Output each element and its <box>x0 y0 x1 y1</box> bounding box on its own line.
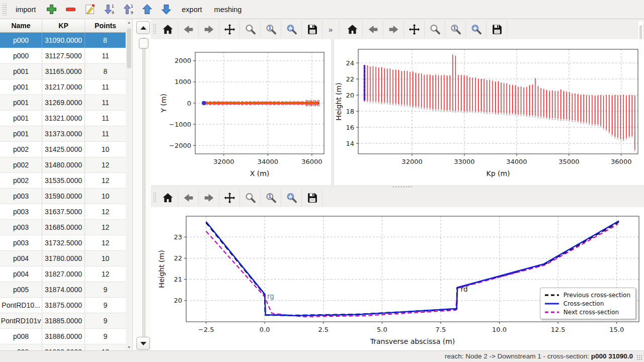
name-cell: p004 <box>0 251 42 266</box>
name-cell: p001 <box>0 95 42 110</box>
zoom-rect-button[interactable] <box>466 21 487 38</box>
points-cell: 12 <box>85 220 126 235</box>
points-cell: 11 <box>85 79 126 95</box>
kp-cell: 31885.0000 <box>42 313 85 328</box>
toolbar-grip[interactable] <box>153 24 156 35</box>
save-button[interactable] <box>302 21 323 38</box>
table-row[interactable]: p00331637.500012 <box>0 204 126 220</box>
panel-scrollbar-track[interactable] <box>142 37 145 338</box>
table-scrollbar[interactable]: ▲ ▼ <box>126 19 133 350</box>
table-row[interactable]: p00031090.00008 <box>0 33 126 48</box>
table-row[interactable]: p00331590.000010 <box>0 189 126 204</box>
export-button[interactable]: export <box>176 3 207 16</box>
kp-cell: 31590.0000 <box>42 189 85 204</box>
save-button[interactable] <box>487 21 507 38</box>
move-up-button[interactable] <box>138 2 156 17</box>
legend-label: Cross-section <box>564 300 604 307</box>
longitudinal-profile-plot[interactable]: 3200033000340003500036000141618202224Kp … <box>334 39 644 185</box>
table-row[interactable]: p00331732.500012 <box>0 235 126 251</box>
zoom-button[interactable] <box>240 21 261 38</box>
table-row[interactable]: p00131165.00008 <box>0 64 126 79</box>
zoom-one-icon: 1 <box>449 23 462 36</box>
pan-icon <box>223 192 236 204</box>
points-cell: 12 <box>85 157 126 172</box>
cross-section-plot[interactable]: Previous cross-sectionCross-sectionNext … <box>151 207 644 350</box>
home-button[interactable] <box>157 21 178 38</box>
zoom-button[interactable] <box>425 21 445 38</box>
sort-ascending-button[interactable]: 19 <box>119 2 137 17</box>
svg-text:18: 18 <box>346 108 354 115</box>
svg-text:24: 24 <box>346 59 354 67</box>
column-header-kp[interactable]: KP <box>42 19 85 32</box>
edit-button[interactable] <box>80 2 99 17</box>
right-scrollbar-thumb[interactable] <box>639 25 642 39</box>
table-row[interactable]: p00131373.000011 <box>0 126 126 142</box>
pan-button[interactable] <box>219 189 240 206</box>
table-row[interactable]: p00231425.000010 <box>0 142 126 157</box>
zoom-rect-button[interactable] <box>281 189 302 206</box>
back-button[interactable] <box>363 21 383 38</box>
plot-legend: Previous cross-sectionCross-sectionNext … <box>540 288 636 319</box>
import-button[interactable]: import <box>10 3 41 16</box>
table-row[interactable]: p00831886.00009 <box>0 329 126 344</box>
plan-view-plot[interactable]: 320003400036000−2000−1000010002000X (m)Y… <box>151 39 331 185</box>
back-button[interactable] <box>178 189 199 206</box>
zoom-one-button[interactable]: 1 <box>261 21 281 38</box>
home-button[interactable] <box>342 21 363 38</box>
save-button[interactable] <box>302 189 323 206</box>
kp-cell: 31732.5000 <box>42 235 85 250</box>
toolbar-overflow-button[interactable]: » <box>323 21 339 38</box>
table-row[interactable]: PontRD10...31875.00009 <box>0 298 126 313</box>
table-row[interactable]: p00431827.000012 <box>0 266 126 282</box>
add-button[interactable] <box>42 2 60 17</box>
zoom-one-button[interactable]: 1 <box>445 21 466 38</box>
back-icon <box>367 23 379 36</box>
kp-cell: 31480.0000 <box>42 157 85 172</box>
table-scrollbar-thumb[interactable] <box>127 28 131 68</box>
table-row[interactable]: p00131269.000011 <box>0 95 126 111</box>
kp-cell: 31373.0000 <box>42 126 85 141</box>
table-row[interactable]: p00131217.000011 <box>0 79 126 95</box>
right-scrollbar[interactable] <box>638 21 643 57</box>
table-row[interactable]: p00231480.000012 <box>0 157 126 173</box>
zoom-one-button[interactable]: 1 <box>261 189 281 206</box>
zoom-rect-button[interactable] <box>281 21 302 38</box>
forward-button[interactable] <box>199 21 219 38</box>
svg-text:X (m): X (m) <box>250 169 270 177</box>
forward-button[interactable] <box>199 189 219 206</box>
back-button[interactable] <box>178 21 199 38</box>
scroll-up-icon[interactable]: ▲ <box>126 21 132 24</box>
move-down-icon <box>160 3 173 16</box>
edit-icon <box>84 3 96 16</box>
panel-scroll-down-button[interactable] <box>136 337 150 350</box>
column-header-name[interactable]: Name <box>0 19 42 32</box>
panel-scroll-up-button[interactable] <box>136 21 150 34</box>
svg-text:33000: 33000 <box>454 158 474 165</box>
table-row[interactable]: p00531874.00009 <box>0 282 126 298</box>
scroll-down-icon[interactable]: ▼ <box>126 345 132 349</box>
table-row[interactable]: p00331685.000012 <box>0 220 126 235</box>
panel-scrollbar-thumb[interactable] <box>139 38 148 49</box>
legend-entry: Next cross-section <box>544 308 630 316</box>
toolbar-grip[interactable] <box>153 192 156 203</box>
pan-button[interactable] <box>404 21 425 38</box>
table-row[interactable]: p00831929.000013 <box>0 344 126 350</box>
table-row[interactable]: p00231535.000012 <box>0 173 126 189</box>
forward-button[interactable] <box>383 21 404 38</box>
table-row[interactable]: p00431780.000010 <box>0 251 126 266</box>
resize-grip-icon[interactable] <box>636 354 642 360</box>
table-row[interactable]: p00031127.500011 <box>0 48 126 64</box>
pan-button[interactable] <box>219 21 240 38</box>
move-down-button[interactable] <box>157 2 175 17</box>
svg-text:rg: rg <box>267 292 274 300</box>
remove-button[interactable] <box>61 2 79 17</box>
table-row[interactable]: PontRD101v31885.00009 <box>0 313 126 329</box>
sort-descending-button[interactable]: 19 <box>100 2 118 17</box>
svg-text:0: 0 <box>187 100 191 107</box>
home-button[interactable] <box>157 189 178 206</box>
table-row[interactable]: p00131321.000011 <box>0 111 126 126</box>
toolbar-grip[interactable] <box>2 4 7 16</box>
meshing-button[interactable]: meshing <box>209 3 248 16</box>
column-header-points[interactable]: Points <box>85 19 126 32</box>
zoom-button[interactable] <box>240 189 261 206</box>
